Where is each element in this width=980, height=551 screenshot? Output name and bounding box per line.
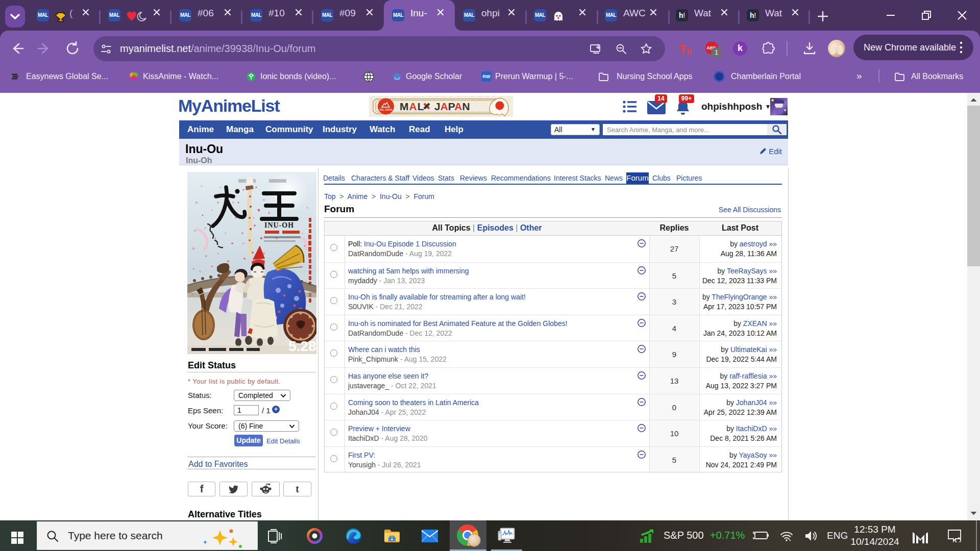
svg-text:JAPAN: JAPAN (434, 101, 470, 112)
svg-text:MAL·JAPAN: MAL·JAPAN (380, 109, 393, 111)
svg-text:MAL: MAL (400, 101, 425, 112)
svg-text:INU-OH: INU-OH (264, 221, 294, 229)
svg-text:5.28: 5.28 (288, 338, 316, 354)
